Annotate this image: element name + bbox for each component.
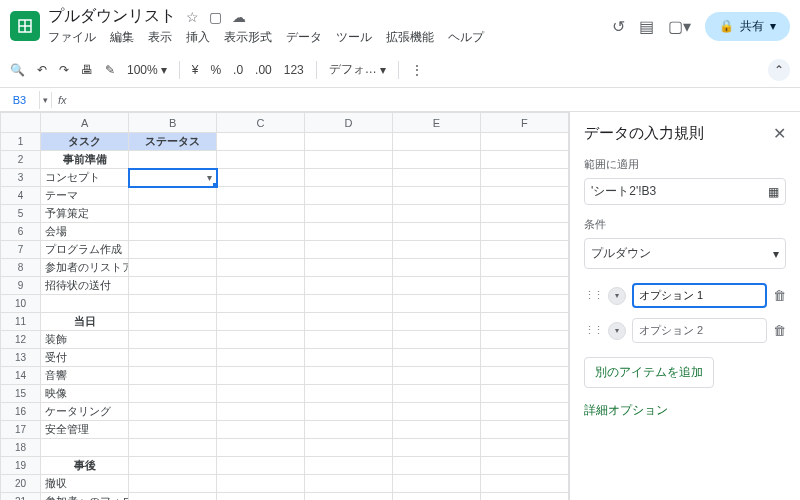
col-header[interactable]: B (129, 113, 217, 133)
share-button[interactable]: 🔒 共有 ▾ (705, 12, 790, 41)
row-header[interactable]: 19 (1, 457, 41, 475)
cell[interactable]: タスク (41, 133, 129, 151)
move-icon[interactable]: ▢ (209, 9, 222, 25)
cell[interactable] (217, 493, 305, 501)
cell[interactable] (41, 439, 129, 457)
cell[interactable] (480, 421, 568, 439)
cell[interactable]: 事後 (41, 457, 129, 475)
cell[interactable] (480, 331, 568, 349)
menu-item[interactable]: 表示 (148, 29, 172, 46)
cell[interactable] (129, 403, 217, 421)
drag-handle-icon[interactable]: ⋮⋮ (584, 289, 602, 302)
cell[interactable] (217, 403, 305, 421)
menu-item[interactable]: 表示形式 (224, 29, 272, 46)
cell[interactable] (480, 439, 568, 457)
col-header[interactable]: A (41, 113, 129, 133)
cell[interactable] (480, 349, 568, 367)
cell[interactable]: 装飾 (41, 331, 129, 349)
menu-item[interactable]: データ (286, 29, 322, 46)
cell[interactable]: 受付 (41, 349, 129, 367)
cell[interactable] (480, 151, 568, 169)
menu-item[interactable]: 挿入 (186, 29, 210, 46)
cell[interactable] (393, 457, 481, 475)
spreadsheet-grid[interactable]: ABCDEF1タスクステータス2事前準備3コンセプト▾4テーマ5予算策定6会場7… (0, 112, 570, 500)
cell[interactable]: 招待状の送付 (41, 277, 129, 295)
cell[interactable] (217, 205, 305, 223)
cell[interactable] (480, 133, 568, 151)
cell[interactable] (480, 169, 568, 187)
cell[interactable] (480, 205, 568, 223)
cell[interactable] (305, 493, 393, 501)
redo-icon[interactable]: ↷ (59, 63, 69, 77)
menu-item[interactable]: 拡張機能 (386, 29, 434, 46)
cell[interactable] (393, 421, 481, 439)
cell[interactable] (305, 367, 393, 385)
advanced-options-link[interactable]: 詳細オプション (584, 402, 786, 419)
cell[interactable] (129, 457, 217, 475)
close-icon[interactable]: ✕ (773, 124, 786, 143)
cell[interactable] (217, 133, 305, 151)
cell[interactable] (393, 331, 481, 349)
cell[interactable]: 参加者へのフォロー (41, 493, 129, 501)
cell[interactable] (480, 385, 568, 403)
row-header[interactable]: 14 (1, 367, 41, 385)
row-header[interactable]: 9 (1, 277, 41, 295)
name-box[interactable]: B3 (0, 91, 40, 109)
cell[interactable] (217, 151, 305, 169)
menu-item[interactable]: ヘルプ (448, 29, 484, 46)
doc-title[interactable]: プルダウンリスト (48, 6, 176, 27)
cell[interactable] (480, 493, 568, 501)
col-header[interactable]: D (305, 113, 393, 133)
collapse-toolbar-icon[interactable]: ⌃ (768, 59, 790, 81)
undo-icon[interactable]: ↶ (37, 63, 47, 77)
row-header[interactable]: 6 (1, 223, 41, 241)
cell[interactable] (217, 187, 305, 205)
cell[interactable] (393, 133, 481, 151)
cell[interactable] (129, 421, 217, 439)
cell[interactable] (217, 349, 305, 367)
cell[interactable] (393, 223, 481, 241)
cell[interactable] (480, 313, 568, 331)
row-header[interactable]: 10 (1, 295, 41, 313)
cell[interactable] (129, 475, 217, 493)
cell[interactable] (393, 259, 481, 277)
cell[interactable]: プログラム作成 (41, 241, 129, 259)
menu-item[interactable]: ファイル (48, 29, 96, 46)
cell[interactable] (305, 295, 393, 313)
cell[interactable]: コンセプト (41, 169, 129, 187)
cell[interactable]: 音響 (41, 367, 129, 385)
cell[interactable] (217, 223, 305, 241)
percent-icon[interactable]: % (210, 63, 221, 77)
cell[interactable] (129, 439, 217, 457)
drag-handle-icon[interactable]: ⋮⋮ (584, 324, 602, 337)
cell[interactable] (393, 277, 481, 295)
cell[interactable] (129, 241, 217, 259)
row-header[interactable]: 7 (1, 241, 41, 259)
row-header[interactable]: 18 (1, 439, 41, 457)
meet-icon[interactable]: ▢▾ (668, 17, 691, 36)
cell[interactable] (217, 457, 305, 475)
cell[interactable] (217, 331, 305, 349)
color-chip[interactable]: ▾ (608, 287, 626, 305)
cell[interactable] (393, 439, 481, 457)
cell[interactable] (393, 295, 481, 313)
cell[interactable] (305, 187, 393, 205)
option-input-2[interactable]: オプション 2 (632, 318, 767, 343)
name-box-dropdown[interactable]: ▾ (40, 92, 52, 108)
cell[interactable] (217, 439, 305, 457)
zoom-select[interactable]: 100% ▾ (127, 63, 167, 77)
currency-icon[interactable]: ¥ (192, 63, 199, 77)
cell[interactable] (393, 349, 481, 367)
cell[interactable] (217, 475, 305, 493)
cell[interactable] (305, 475, 393, 493)
row-header[interactable]: 12 (1, 331, 41, 349)
cell[interactable] (305, 241, 393, 259)
condition-select[interactable]: プルダウン ▾ (584, 238, 786, 269)
cell[interactable] (217, 385, 305, 403)
col-header[interactable]: F (480, 113, 568, 133)
cell[interactable]: 事前準備 (41, 151, 129, 169)
cell[interactable] (305, 259, 393, 277)
cell[interactable] (129, 331, 217, 349)
cell[interactable] (393, 187, 481, 205)
option-input-1[interactable]: オプション 1 (632, 283, 767, 308)
